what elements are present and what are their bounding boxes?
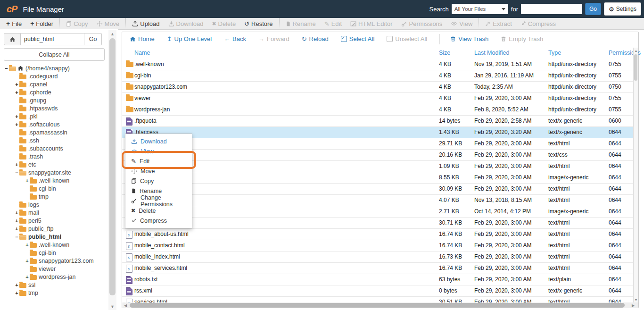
expand-plus-icon[interactable]: + [14, 290, 19, 296]
expand-plus-icon[interactable]: + [14, 114, 19, 119]
home-directory-button[interactable] [4, 33, 21, 45]
table-row[interactable]: 30.71 KBFeb 29, 2020, 3:00 AMtext/html06… [122, 218, 638, 229]
toolbar-download-button[interactable]: Download [164, 20, 208, 27]
sidebar-item-perl5[interactable]: +perl5 [0, 217, 106, 225]
table-row[interactable]: 1.09 KBFeb 29, 2020, 3:00 AMtext/html064… [122, 161, 638, 172]
sidebar-item-public-ftp[interactable]: +public_ftp [0, 225, 106, 233]
collapse-minus-icon[interactable]: − [14, 170, 19, 176]
toolbar-copy-button[interactable]: Copy [62, 20, 92, 27]
column-header-type[interactable]: Type [548, 50, 561, 56]
scroll-up-arrow-icon[interactable]: ▲ [634, 48, 638, 53]
table-row[interactable]: mobile_about-us.html16.74 KBFeb 29, 2020… [122, 229, 638, 240]
expand-plus-icon[interactable]: + [25, 242, 30, 248]
sidebar-item-cphorde[interactable]: +.cphorde [0, 88, 106, 96]
toolbar-move-button[interactable]: Move [92, 20, 124, 27]
collapse-minus-icon[interactable]: − [14, 234, 19, 240]
table-row-selected[interactable]: .htaccess1.43 KBFeb 29, 2020, 3:20 AMtex… [122, 127, 638, 138]
table-row[interactable]: .ftpquota14 bytesFeb 29, 2020, 2:58 AMte… [122, 116, 638, 127]
navbar-home-button[interactable]: Home [130, 35, 155, 42]
expand-plus-icon[interactable]: + [25, 258, 30, 264]
column-header-name[interactable]: Name [134, 50, 150, 56]
sidebar-item-tmp[interactable]: tmp [0, 193, 106, 201]
sidebar-item-wordpress-jan[interactable]: +wordpress-jan [0, 273, 106, 281]
table-row[interactable]: wordpress-jan4 KBFeb 8, 2020, 5:52 AMhtt… [122, 104, 638, 116]
sidebar-item-cgi-bin[interactable]: cgi-bin [0, 184, 106, 193]
toolbar-compress-button[interactable]: Compress [516, 20, 560, 27]
sidebar-item-etc[interactable]: +etc [0, 160, 106, 168]
sidebar-item-pki[interactable]: +.pki [0, 112, 106, 120]
sidebar-item-well-known[interactable]: +.well-known [0, 176, 106, 184]
toolbar-extract-button[interactable]: Extract [481, 20, 516, 27]
sidebar-item-spamassassin[interactable]: .spamassassin [0, 128, 106, 136]
expand-plus-icon[interactable]: + [14, 282, 19, 288]
sidebar-item-tmp[interactable]: +tmp [0, 289, 106, 297]
path-go-button[interactable]: Go [84, 33, 102, 45]
sidebar-item-ssl[interactable]: +ssl [0, 281, 106, 289]
navbar-empty-trash-button[interactable]: Empty Trash [501, 35, 543, 42]
table-row[interactable]: services.html30.51 KBFeb 29, 2020, 3:00 … [122, 297, 638, 302]
expand-plus-icon[interactable]: + [14, 210, 19, 216]
expand-plus-icon[interactable]: + [14, 226, 19, 232]
table-row[interactable]: mobile_services.html16.74 KBFeb 29, 2020… [122, 263, 638, 274]
sidebar-item-home4-snappy[interactable]: −(/home4/snappy) [0, 64, 106, 72]
toolbar-html-editor-button[interactable]: HTML Editor [346, 20, 396, 27]
toolbar-delete-button[interactable]: ✖Delete [207, 20, 240, 27]
search-scope-select[interactable]: All Your Files [452, 4, 508, 14]
table-scrollbar-thumb[interactable] [634, 54, 637, 81]
table-row[interactable]: 4.07 KBNov 13, 2018, 8:15 AMtext/html064… [122, 195, 638, 206]
expand-plus-icon[interactable]: + [14, 218, 19, 224]
sidebar-item-subaccounts[interactable]: .subaccounts [0, 144, 106, 152]
context-menu-change-permissions[interactable]: Change Permissions [125, 196, 192, 206]
scroll-left-arrow-icon[interactable]: ◀ [122, 302, 129, 308]
table-row[interactable]: rss.xml0 bytesFeb 29, 2020, 3:00 AMtext/… [122, 285, 638, 297]
scroll-up-arrow-icon[interactable]: ▲ [108, 30, 116, 37]
navbar-back-button[interactable]: ←Back [224, 35, 246, 42]
scroll-down-arrow-icon[interactable]: ▼ [634, 297, 638, 302]
table-row[interactable]: cgi-bin4 KBJan 29, 2016, 11:19 AMhttpd/u… [122, 70, 638, 82]
expand-plus-icon[interactable]: + [25, 274, 30, 280]
expand-plus-icon[interactable]: + [14, 122, 19, 127]
scroll-right-arrow-icon[interactable]: ▶ [630, 302, 636, 308]
sidebar-item-public-html[interactable]: −public_html [0, 233, 106, 241]
toolbar-view-button[interactable]: View [446, 20, 477, 27]
table-row[interactable]: 20.16 KBFeb 29, 2020, 3:00 AMtext/css064… [122, 150, 638, 161]
collapse-minus-icon[interactable]: − [4, 66, 9, 71]
toolbar-file-button[interactable]: +File [2, 20, 26, 27]
sidebar-item-trash[interactable]: .trash [0, 152, 106, 160]
table-row[interactable]: 8.55 KBFeb 29, 2020, 3:00 AMimage/x-gene… [122, 172, 638, 184]
sidebar-item-htpasswds[interactable]: .htpasswds [0, 104, 106, 112]
column-header-size[interactable]: Size [439, 50, 450, 56]
sidebar-scrollbar-thumb[interactable] [109, 38, 116, 295]
sidebar-item-gnupg[interactable]: .gnupg [0, 96, 106, 104]
toolbar-folder-button[interactable]: +Folder [26, 20, 58, 27]
column-header-last-modified[interactable]: Last Modified [474, 50, 509, 56]
sidebar-item-snappygator123-com[interactable]: +snappygator123.com [0, 257, 106, 265]
search-input[interactable] [521, 4, 582, 14]
table-row[interactable]: 2.71 KBOct 14, 2014, 4:12 PMimage/x-gene… [122, 206, 638, 218]
settings-button[interactable]: ⚙ Settings [604, 2, 641, 16]
table-row[interactable]: 30.09 KBFeb 29, 2020, 3:00 AMtext/html06… [122, 184, 638, 195]
context-menu-edit[interactable]: ✎Edit [125, 156, 192, 166]
table-row[interactable]: 29.71 KBFeb 29, 2020, 3:00 AMtext/html06… [122, 138, 638, 150]
sidebar-item-mail[interactable]: +mail [0, 209, 106, 217]
sidebar-scrollbar[interactable]: ▲ ▼ [108, 30, 116, 310]
search-go-button[interactable]: Go [585, 3, 601, 15]
sidebar-item-snappygator-site[interactable]: −snappygator.site [0, 168, 106, 176]
context-menu-copy[interactable]: Copy [125, 176, 192, 186]
context-menu-view[interactable]: View [125, 146, 192, 156]
navbar-forward-button[interactable]: →Forward [258, 35, 289, 42]
navbar-unselect-all-button[interactable]: Unselect All [387, 35, 427, 42]
table-row[interactable]: viewer4 KBFeb 29, 2020, 3:00 AMhttpd/uni… [122, 93, 638, 104]
scroll-down-arrow-icon[interactable]: ▼ [108, 303, 116, 310]
toolbar-restore-button[interactable]: ↺Restore [240, 20, 277, 27]
expand-plus-icon[interactable]: + [25, 178, 30, 184]
sidebar-item-logs[interactable]: logs [0, 201, 106, 209]
sidebar-item-viewer[interactable]: viewer [0, 265, 106, 273]
context-menu-download[interactable]: Download [125, 136, 192, 146]
sidebar-item-cgi-bin[interactable]: cgi-bin [0, 249, 106, 257]
context-menu-move[interactable]: Move [125, 166, 192, 176]
table-row[interactable]: snappygator123.com4 KBToday, 2:35 AMhttp… [122, 82, 638, 93]
navbar-select-all-button[interactable]: Select All [341, 35, 374, 42]
horizontal-scrollbar[interactable]: ◀ ▶ [122, 302, 638, 308]
sidebar-item-well-known[interactable]: +.well-known [0, 241, 106, 249]
